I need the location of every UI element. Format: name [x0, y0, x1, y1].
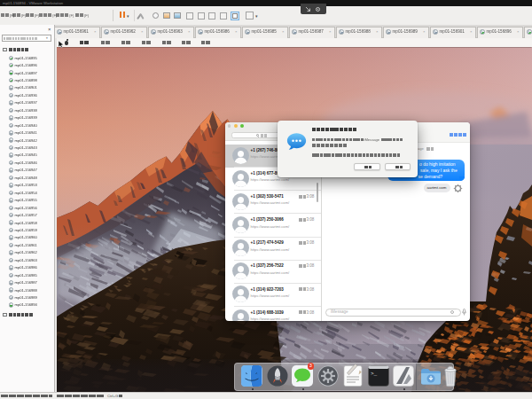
- svg-text:>_: >_: [371, 371, 378, 377]
